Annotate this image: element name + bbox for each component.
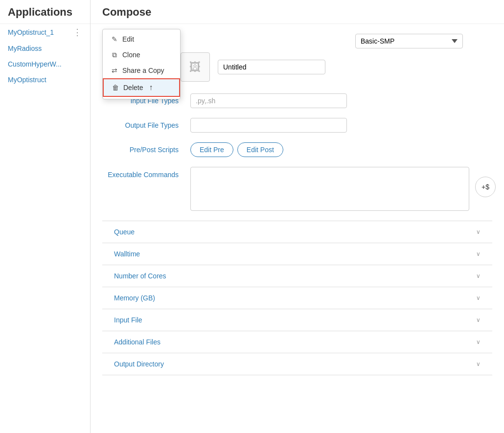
pre-post-scripts-row: Pre/Post Scripts Edit Pre Edit Post xyxy=(102,142,492,157)
sidebar-item-label: MyOptistruct xyxy=(8,76,46,84)
accordion-additional-files-label: Additional Files xyxy=(114,338,160,346)
menu-item-edit[interactable]: ✎ Edit xyxy=(103,31,180,47)
app-header-row: 🖼 xyxy=(181,52,492,82)
edit-icon: ✎ xyxy=(111,35,118,43)
accordion-memory-label: Memory (GB) xyxy=(114,294,155,302)
chevron-down-icon: ∨ xyxy=(476,295,481,301)
output-file-types-label: Output File Types xyxy=(102,121,190,129)
menu-item-delete[interactable]: 🗑 Delete ↑ xyxy=(103,78,180,97)
output-file-types-row: Output File Types xyxy=(102,118,492,133)
edit-pre-button[interactable]: Edit Pre xyxy=(190,142,233,157)
clone-icon: ⧉ xyxy=(111,51,118,59)
compose-area: ✎ Edit ⧉ Clone ⇄ Share a Copy 🗑 Delete xyxy=(91,24,504,385)
accordion-additional-files[interactable]: Additional Files ∨ xyxy=(102,331,492,353)
input-file-types-input[interactable] xyxy=(190,93,347,108)
edit-post-button[interactable]: Edit Post xyxy=(237,142,283,157)
app-container: Applications MyOptistruct_1 ⋮ MyRadioss … xyxy=(0,0,504,433)
chevron-down-icon: ∨ xyxy=(476,273,481,279)
chevron-down-icon: ∨ xyxy=(476,361,481,367)
sidebar-title: Applications xyxy=(0,0,90,24)
chevron-down-icon: ∨ xyxy=(476,251,481,257)
app-title-input[interactable] xyxy=(218,60,325,74)
chevron-down-icon: ∨ xyxy=(476,228,481,235)
exec-area: +$ xyxy=(190,167,496,211)
page-title: Compose xyxy=(91,0,504,24)
accordion-input-file-label: Input File xyxy=(114,316,142,324)
executable-commands-textarea[interactable] xyxy=(190,167,469,211)
accordion-cores-label: Number of Cores xyxy=(114,272,166,280)
menu-item-edit-label: Edit xyxy=(122,35,134,43)
app-image-placeholder[interactable]: 🖼 xyxy=(181,52,210,82)
sidebar: Applications MyOptistruct_1 ⋮ MyRadioss … xyxy=(0,0,91,433)
accordion-memory[interactable]: Memory (GB) ∨ xyxy=(102,287,492,309)
accordion-output-dir-label: Output Directory xyxy=(114,360,164,368)
main-content: Compose ✎ Edit ⧉ Clone ⇄ Share a Copy xyxy=(91,0,504,433)
sidebar-item-myoptistruct1[interactable]: MyOptistruct_1 ⋮ xyxy=(0,24,90,41)
dollar-button[interactable]: +$ xyxy=(475,177,496,197)
sidebar-item-customhyperw[interactable]: CustomHyperW... xyxy=(0,56,90,72)
share-icon: ⇄ xyxy=(111,67,118,74)
sidebar-item-label: MyRadioss xyxy=(8,45,42,52)
chevron-down-icon: ∨ xyxy=(476,317,481,323)
menu-item-share-label: Share a Copy xyxy=(122,67,164,74)
accordion-output-directory[interactable]: Output Directory ∨ xyxy=(102,353,492,375)
cursor-icon: ↑ xyxy=(149,83,153,92)
menu-item-delete-label: Delete xyxy=(123,84,143,91)
menu-item-clone-label: Clone xyxy=(122,51,140,59)
sidebar-item-myradioss[interactable]: MyRadioss xyxy=(0,41,90,56)
accordion-number-of-cores[interactable]: Number of Cores ∨ xyxy=(102,265,492,287)
executable-commands-label: Executable Commands xyxy=(102,167,190,179)
accordion-walltime-label: Walltime xyxy=(114,250,140,258)
menu-item-clone[interactable]: ⧉ Clone xyxy=(103,47,180,63)
accordion-input-file[interactable]: Input File ∨ xyxy=(102,309,492,331)
sidebar-item-myoptistruct[interactable]: MyOptistruct xyxy=(0,72,90,88)
accordion-section: Queue ∨ Walltime ∨ Number of Cores ∨ Mem… xyxy=(102,221,492,375)
pre-post-scripts-label: Pre/Post Scripts xyxy=(102,146,190,154)
menu-item-share[interactable]: ⇄ Share a Copy xyxy=(103,63,180,78)
dots-icon[interactable]: ⋮ xyxy=(73,28,82,37)
accordion-queue-label: Queue xyxy=(114,228,135,236)
delete-icon: 🗑 xyxy=(112,84,119,91)
accordion-queue[interactable]: Queue ∨ xyxy=(102,221,492,243)
sidebar-item-label: MyOptistruct_1 xyxy=(8,28,54,36)
image-icon: 🖼 xyxy=(189,60,201,74)
accordion-walltime[interactable]: Walltime ∨ xyxy=(102,243,492,265)
sidebar-item-label: CustomHyperW... xyxy=(8,60,62,68)
context-menu: ✎ Edit ⧉ Clone ⇄ Share a Copy 🗑 Delete xyxy=(102,29,181,99)
output-file-types-input[interactable] xyxy=(190,118,347,133)
chevron-down-icon: ∨ xyxy=(476,339,481,345)
solver-dropdown[interactable]: Basic-SMP Advanced-SMP MPI xyxy=(355,34,463,48)
executable-commands-row: Executable Commands +$ xyxy=(102,167,492,211)
